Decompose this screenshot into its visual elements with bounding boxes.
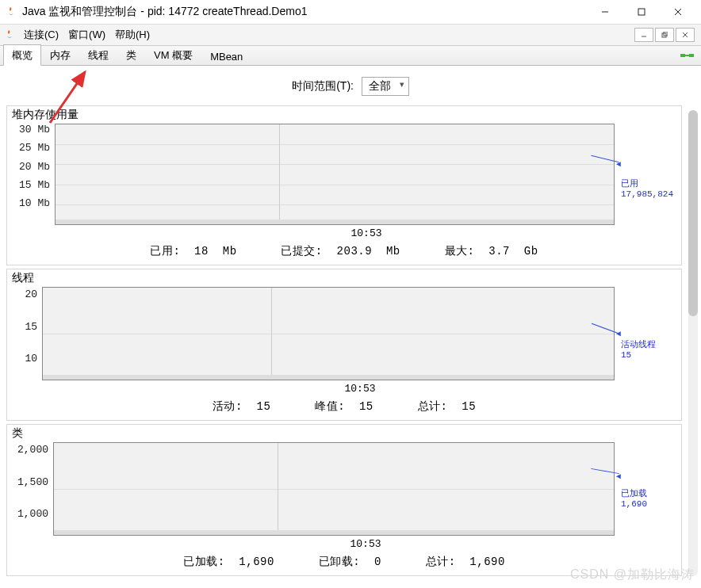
classes-title: 类 xyxy=(10,426,678,442)
heap-title: 堆内存使用量 xyxy=(10,108,678,124)
y-tick: 15 Mb xyxy=(19,179,50,191)
stat-value: 15 xyxy=(257,400,271,413)
menu-connect[interactable]: 连接(C) xyxy=(19,28,63,42)
tab-memory[interactable]: 内存 xyxy=(41,44,79,65)
threads-legend: ◄ 活动线程 15 xyxy=(615,287,678,380)
heap-x-axis: 10:53 xyxy=(10,225,678,242)
vertical-scrollbar[interactable] xyxy=(688,110,698,576)
java-icon xyxy=(3,29,16,41)
stat-value: 203.9 xyxy=(337,245,373,258)
stat-value: 15 xyxy=(462,400,476,413)
stat-label: 最大: xyxy=(445,245,475,258)
y-tick: 30 Mb xyxy=(19,124,50,136)
stat-unit: Mb xyxy=(386,245,400,258)
time-range-row: 时间范围(T): 全部 xyxy=(0,66,701,104)
stat-label: 已卸载: xyxy=(319,556,360,568)
heap-legend: ◄ 已用 17,985,824 xyxy=(615,124,678,225)
svg-rect-10 xyxy=(689,54,694,57)
tab-classes[interactable]: 类 xyxy=(117,44,145,65)
legend-value: 17,985,824 xyxy=(621,189,678,200)
heap-plot[interactable] xyxy=(55,124,615,225)
y-tick: 20 Mb xyxy=(19,161,50,173)
legend-label: 已加载 xyxy=(621,489,678,499)
stat-value: 3.7 xyxy=(488,245,510,258)
classes-y-axis: 2,000 1,500 1,000 xyxy=(10,442,53,536)
classes-x-axis: 10:53 xyxy=(10,536,678,553)
tab-mbean[interactable]: MBean xyxy=(201,47,251,65)
window-title: Java 监视和管理控制台 - pid: 14772 createThread.… xyxy=(22,5,587,19)
threads-panel: 线程 20 15 10 ◄ 活动线程 15 10:53 xyxy=(6,269,682,421)
scroll-thumb[interactable] xyxy=(688,110,698,316)
overview-content: 时间范围(T): 全部 堆内存使用量 30 Mb 25 Mb 20 Mb 15 … xyxy=(0,66,701,588)
legend-value: 1,690 xyxy=(621,499,678,510)
stat-value: 1,690 xyxy=(239,556,274,568)
time-range-select[interactable]: 全部 xyxy=(362,77,409,96)
stat-value: 15 xyxy=(359,400,373,413)
svg-rect-1 xyxy=(638,9,645,15)
y-tick: 10 Mb xyxy=(19,197,50,209)
heap-panel: 堆内存使用量 30 Mb 25 Mb 20 Mb 15 Mb 10 Mb ◄ xyxy=(6,105,682,265)
y-tick: 1,500 xyxy=(17,476,48,488)
java-icon xyxy=(5,6,17,18)
stat-value: 1,690 xyxy=(469,556,505,568)
y-tick: 25 Mb xyxy=(19,142,50,154)
menu-help[interactable]: 帮助(H) xyxy=(110,28,155,42)
stat-label: 总计: xyxy=(418,400,448,413)
stat-label: 峰值: xyxy=(315,400,345,413)
connection-status-icon xyxy=(680,50,695,63)
menubar: 连接(C) 窗口(W) 帮助(H) xyxy=(0,25,701,46)
svg-rect-9 xyxy=(680,54,685,57)
inner-close-button[interactable] xyxy=(676,28,695,42)
classes-panel: 类 2,000 1,500 1,000 ◄ 已加载 1,690 xyxy=(6,424,682,576)
stat-label: 已提交: xyxy=(281,245,322,258)
threads-title: 线程 xyxy=(10,271,678,287)
stat-label: 已用: xyxy=(150,245,180,258)
legend-value: 15 xyxy=(621,350,678,361)
threads-x-axis: 10:53 xyxy=(10,380,678,398)
classes-legend: ◄ 已加载 1,690 xyxy=(615,442,678,536)
inner-restore-button[interactable] xyxy=(655,28,674,42)
tab-overview[interactable]: 概览 xyxy=(3,44,41,66)
stat-unit: Gb xyxy=(524,245,538,258)
inner-minimize-button[interactable] xyxy=(634,28,653,42)
heap-y-axis: 30 Mb 25 Mb 20 Mb 15 Mb 10 Mb xyxy=(10,124,55,225)
threads-stats: 活动: 15 峰值: 15 总计: 15 xyxy=(10,398,678,415)
threads-plot[interactable] xyxy=(42,287,615,380)
heap-stats: 已用: 18 Mb 已提交: 203.9 Mb 最大: 3.7 Gb xyxy=(10,242,678,260)
close-button[interactable] xyxy=(660,0,696,24)
legend-label: 已用 xyxy=(621,179,678,189)
time-range-label: 时间范围(T): xyxy=(292,79,354,92)
stat-value: 18 xyxy=(194,245,209,258)
stat-label: 总计: xyxy=(426,556,456,568)
y-tick: 15 xyxy=(25,321,37,333)
threads-y-axis: 20 15 10 xyxy=(10,287,42,380)
stat-label: 已加载: xyxy=(183,556,224,568)
classes-plot[interactable] xyxy=(53,442,615,536)
menu-window[interactable]: 窗口(W) xyxy=(63,28,110,42)
y-tick: 1,000 xyxy=(17,508,48,520)
stat-unit: Mb xyxy=(223,245,237,258)
legend-label: 活动线程 xyxy=(621,340,678,350)
window-titlebar: Java 监视和管理控制台 - pid: 14772 createThread.… xyxy=(0,0,701,25)
y-tick: 2,000 xyxy=(17,444,48,456)
watermark: CSDN @加勒比海涛 xyxy=(570,567,695,583)
tab-threads[interactable]: 线程 xyxy=(79,44,117,65)
stat-label: 活动: xyxy=(213,400,243,413)
stat-value: 0 xyxy=(374,556,381,568)
tabbar: 概览 内存 线程 类 VM 概要 MBean xyxy=(0,46,701,66)
y-tick: 20 xyxy=(25,288,37,300)
y-tick: 10 xyxy=(25,353,37,365)
minimize-button[interactable] xyxy=(587,0,623,24)
tab-vm[interactable]: VM 概要 xyxy=(145,44,201,65)
maximize-button[interactable] xyxy=(623,0,660,24)
